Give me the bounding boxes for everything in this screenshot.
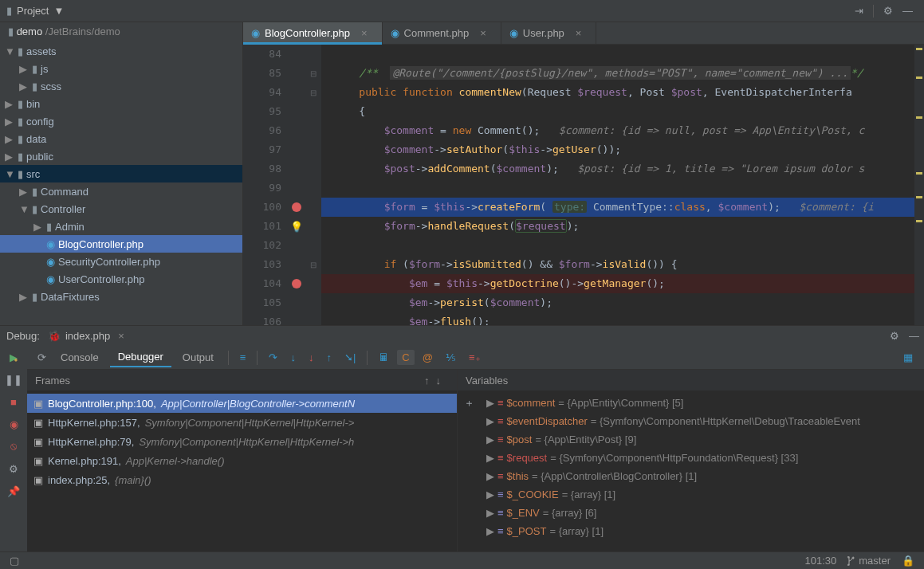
minimize-icon[interactable]: — [904,328,924,343]
close-icon[interactable]: × [576,27,582,39]
step-out-icon[interactable]: ↑ [321,350,336,365]
breakpoint-icon[interactable]: ◉ [6,416,22,432]
close-icon[interactable]: × [118,330,124,342]
tab-console[interactable]: Console [53,348,107,367]
tool-windows-icon[interactable]: ▢ [10,555,19,567]
tree-folder[interactable]: ▶▮bin [0,95,242,112]
code-editor[interactable]: /** @Route("/comment/{postSlug}/new", me… [321,45,914,325]
tree-folder[interactable]: ▶▮public [0,147,242,165]
add-watch-icon[interactable]: ＋ [461,395,477,411]
gear-icon[interactable]: ⚙ [879,3,898,18]
tree-label: DataFixtures [41,291,100,303]
close-icon[interactable]: × [361,27,368,39]
chevron-right-icon[interactable]: ▶ [486,434,494,445]
bulb-icon[interactable]: 💡 [290,221,303,233]
tree-folder[interactable]: ▶▮data [0,130,242,147]
php-icon[interactable]: C [397,350,414,365]
frame-row[interactable]: ▣Kernel.php:191, App|Kernel->handle() [27,451,457,470]
gear-icon[interactable]: ⚙ [885,328,904,343]
variable-row[interactable]: ▶≡ $_COOKIE = {array} [1] [480,485,924,504]
variable-row[interactable]: ▶≡ $_ENV = {array} [6] [480,504,924,522]
step-into-icon[interactable]: ↓ [285,350,301,365]
lock-icon[interactable]: 🔒 [902,555,914,567]
tab-label: User.php [523,27,564,39]
tree-folder[interactable]: ▼▮Controller [0,200,242,218]
var-scope-icon: ≡ [497,452,504,464]
project-dropdown[interactable]: ▮ Project ▼ [6,5,64,17]
frame-row[interactable]: ▣HttpKernel.php:79, Symfony|Component|Ht… [27,432,457,451]
frames-up-icon[interactable]: ↑ [424,375,430,387]
resume-icon[interactable]: ▶● [6,349,22,365]
filter-icon[interactable]: ≡₊ [464,350,486,365]
restore-icon[interactable]: ⟳ [33,350,49,366]
editor-tabs: ◉BlogController.php×◉Comment.php×◉User.p… [243,22,924,45]
show-exec-point-icon[interactable]: ≡ [235,350,251,365]
tree-folder[interactable]: ▶▮Command [0,182,242,200]
breadcrumb[interactable]: ▮ demo /JetBrains/demo [0,22,242,41]
debug-session-tab[interactable]: 🐞 index.php × [40,330,132,342]
frames-down-icon[interactable]: ↓ [436,375,442,387]
folder-icon: ▮ [18,98,23,110]
folder-icon: ▮ [18,45,23,57]
code-body[interactable]: 8485949596979899100101102103104105106 💡 … [243,45,924,325]
chevron-right-icon[interactable]: ▶ [486,415,494,427]
tree-file[interactable]: ◉SecurityController.php [0,253,242,270]
chevron-right-icon[interactable]: ▶ [486,507,494,519]
tree-folder[interactable]: ▶▮scss [0,77,242,95]
tab-debugger[interactable]: Debugger [110,347,171,367]
project-tree[interactable]: ▼▮assets▶▮js▶▮scss▶▮bin▶▮config▶▮data▶▮p… [0,41,242,325]
force-step-into-icon[interactable]: ↓ [304,350,319,365]
chevron-right-icon[interactable]: ▶ [486,470,494,482]
minimize-icon[interactable]: — [898,3,918,18]
tree-folder[interactable]: ▼▮assets [0,42,242,60]
evaluate-icon[interactable]: 🖩 [374,350,394,365]
tab-label: BlogController.php [265,27,350,39]
close-icon[interactable]: × [480,27,486,39]
tab-output[interactable]: Output [175,348,222,367]
scroll-target-icon[interactable]: ⇥ [850,3,868,18]
pin-icon[interactable]: 📌 [6,483,22,499]
tab-label: Comment.php [404,27,470,39]
settings-icon[interactable]: ⚙ [6,461,22,477]
at-icon[interactable]: @ [418,350,438,365]
stop-icon[interactable]: ■ [6,394,22,410]
variable-row[interactable]: ▶≡ $request = {Symfony\Component\HttpFou… [480,449,924,467]
tree-folder[interactable]: ▶▮DataFixtures [0,288,242,305]
frame-row[interactable]: ▣BlogController.php:100, App|Controller|… [27,394,457,413]
variables-list[interactable]: ▶≡ $comment = {App\Entity\Comment} [5]▶≡… [480,390,924,543]
breakpoint-icon[interactable] [292,279,301,288]
run-to-cursor-icon[interactable]: ➘| [340,350,360,365]
editor-tab[interactable]: ◉Comment.php× [383,22,501,44]
tree-folder[interactable]: ▶▮js [0,60,242,77]
frames-list[interactable]: ▣BlogController.php:100, App|Controller|… [27,390,457,551]
error-strip[interactable] [914,45,924,325]
fold-gutter[interactable]: ⊟⊟⊟ [305,45,321,325]
editor-tab[interactable]: ◉User.php× [501,22,597,44]
mark-gutter[interactable]: 💡 [288,45,305,325]
mute-breakpoints-icon[interactable]: ⦸ [6,438,22,454]
variable-row[interactable]: ▶≡ $this = {App\Controller\BlogControlle… [480,467,924,485]
tree-folder[interactable]: ▶▮Admin [0,218,242,235]
chevron-right-icon[interactable]: ▶ [486,452,494,464]
frame-row[interactable]: ▣HttpKernel.php:157, Symfony|Component|H… [27,413,457,432]
tree-folder[interactable]: ▶▮config [0,112,242,130]
git-branch[interactable]: master [847,555,891,567]
status-bar: ▢ 101:30 master 🔒 [0,551,924,569]
breakpoint-icon[interactable] [292,202,301,212]
layout-icon[interactable]: ▦ [898,350,918,365]
variable-row[interactable]: ▶≡ $post = {App\Entity\Post} [9] [480,430,924,449]
chevron-right-icon[interactable]: ▶ [486,489,494,500]
chevron-right-icon[interactable]: ▶ [486,525,494,537]
variable-row[interactable]: ▶≡ $comment = {App\Entity\Comment} [5] [480,394,924,412]
variable-row[interactable]: ▶≡ $_POST = {array} [1] [480,522,924,540]
editor-tab[interactable]: ◉BlogController.php× [243,22,383,44]
pause-icon[interactable]: ❚❚ [6,371,22,387]
variable-row[interactable]: ▶≡ $eventDispatcher = {Symfony\Component… [480,412,924,430]
step-over-icon[interactable]: ↷ [264,350,282,365]
frame-row[interactable]: ▣index.php:25, {main}() [27,470,457,489]
tree-folder[interactable]: ▼▮src [0,165,242,182]
tree-file[interactable]: ◉BlogController.php [0,235,242,253]
chevron-right-icon[interactable]: ▶ [486,397,494,409]
tree-file[interactable]: ◉UserController.php [0,270,242,288]
sort-icon[interactable]: ⅕ [441,350,461,365]
